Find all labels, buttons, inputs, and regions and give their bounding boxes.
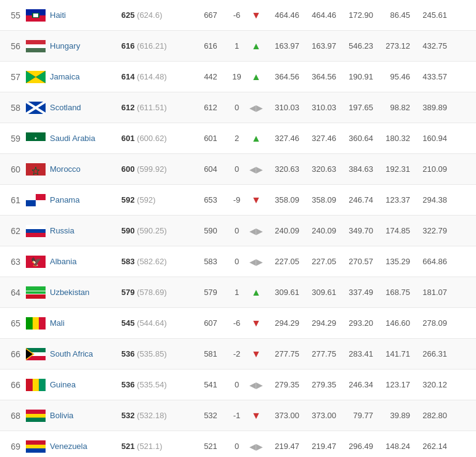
stat4-cell: 141.71: [376, 349, 413, 358]
stat4-cell: 39.89: [376, 411, 413, 420]
country-cell[interactable]: Russia: [47, 226, 121, 235]
points-cell: 600 (599.92): [121, 164, 195, 174]
svg-rect-49: [26, 448, 46, 453]
country-cell[interactable]: South Africa: [47, 349, 121, 358]
stat1-cell: 320.63: [265, 164, 302, 174]
svg-rect-45: [26, 414, 46, 418]
stat2-cell: 219.47: [302, 442, 339, 451]
rank-cell: 65: [2, 318, 24, 328]
svg-rect-29: [26, 286, 46, 291]
country-cell[interactable]: Uzbekistan: [47, 288, 121, 297]
stat2-cell: 310.03: [302, 103, 339, 112]
stat5-cell: 294.38: [413, 195, 450, 204]
arrow-down-icon: ▼: [251, 10, 261, 20]
country-cell[interactable]: Saudi Arabia: [47, 134, 121, 143]
country-cell[interactable]: Haiti: [47, 10, 121, 20]
stat4-cell: 123.17: [376, 380, 413, 389]
svg-text:✦: ✦: [34, 136, 38, 140]
stat5-cell: 160.94: [413, 134, 450, 143]
points-cell: 612 (611.51): [121, 103, 195, 112]
flag-cell: [24, 348, 47, 360]
svg-rect-6: [26, 48, 46, 52]
rank-cell: 62: [2, 226, 24, 236]
table-row: 59 ✦ Saudi Arabia 601 (600.62) 601 2 ▲ 3…: [0, 123, 476, 154]
points-cell: 592 (592): [121, 195, 195, 204]
prev-points-cell: 590: [195, 226, 226, 235]
prev-points-cell: 612: [195, 103, 226, 112]
arrow-up-icon: ▲: [251, 41, 261, 51]
table-row: 62 Russia 590 (590.25) 590 0 ◀▶ 240.09 2…: [0, 216, 476, 246]
flag-cell: [24, 225, 47, 237]
table-row: 64 Uzbekistan 579 (578.69) 579 1 ▲ 309.6…: [0, 277, 476, 308]
country-cell[interactable]: Morocco: [47, 164, 121, 174]
stat5-cell: 322.79: [413, 226, 450, 235]
arrow-neutral-icon: ◀▶: [249, 103, 263, 113]
points-cell: 545 (544.64): [121, 318, 195, 328]
stat4-cell: 98.82: [376, 103, 413, 112]
arrow-neutral-icon: ◀▶: [249, 164, 263, 174]
stat2-cell: 240.09: [302, 226, 339, 235]
prev-points-cell: 667: [195, 10, 226, 20]
svg-rect-26: [26, 233, 46, 237]
country-cell[interactable]: Albania: [47, 257, 121, 266]
stat2-cell: 279.35: [302, 380, 339, 389]
direction-cell: ▼: [248, 195, 265, 206]
country-cell[interactable]: Venezuela: [47, 442, 121, 451]
stat4-cell: 95.46: [376, 72, 413, 81]
stat1-cell: 163.97: [265, 41, 302, 51]
change-value-cell: -6: [226, 10, 248, 20]
stat4-cell: 86.45: [376, 10, 413, 20]
stat3-cell: 296.49: [339, 442, 376, 451]
flag-cell: [24, 286, 47, 299]
stat5-cell: 181.07: [413, 288, 450, 297]
stat5-cell: 245.61: [413, 10, 450, 20]
stat1-cell: 309.61: [265, 288, 302, 297]
svg-rect-33: [26, 317, 33, 330]
table-row: 57 Jamaica 614 (614.48) 442 19 ▲ 364.56 …: [0, 62, 476, 92]
country-cell[interactable]: Hungary: [47, 41, 121, 51]
stat1-cell: 279.35: [265, 380, 302, 389]
stat5-cell: 278.09: [413, 318, 450, 328]
stat2-cell: 309.61: [302, 288, 339, 297]
svg-rect-47: [26, 440, 46, 445]
points-cell: 601 (600.62): [121, 134, 195, 143]
flag-cell: [24, 410, 47, 422]
stat3-cell: 79.77: [339, 411, 376, 420]
arrow-neutral-icon: ◀▶: [249, 226, 263, 236]
points-cell: 536 (535.85): [121, 349, 195, 358]
stat1-cell: 327.46: [265, 134, 302, 143]
country-cell[interactable]: Guinea: [47, 380, 121, 389]
country-cell[interactable]: Bolivia: [47, 411, 121, 420]
change-value-cell: -9: [226, 195, 248, 204]
points-cell: 521 (521.1): [121, 442, 195, 451]
country-cell[interactable]: Mali: [47, 318, 121, 328]
direction-cell: ▲: [248, 133, 265, 144]
prev-points-cell: 579: [195, 288, 226, 297]
stat3-cell: 546.23: [339, 41, 376, 51]
country-cell[interactable]: Panama: [47, 195, 121, 204]
prev-points-cell: 583: [195, 257, 226, 266]
stat2-cell: 364.56: [302, 72, 339, 81]
change-value-cell: 1: [226, 288, 248, 297]
prev-points-cell: 601: [195, 134, 226, 143]
svg-rect-44: [26, 410, 46, 414]
table-row: 66 South Africa 536 (535.85) 581 -2 ▼ 27…: [0, 339, 476, 370]
country-cell[interactable]: Scotland: [47, 103, 121, 112]
stat5-cell: 432.75: [413, 41, 450, 51]
svg-rect-48: [26, 445, 46, 448]
arrow-up-icon: ▲: [251, 133, 261, 144]
stat3-cell: 190.91: [339, 72, 376, 81]
change-value-cell: 0: [226, 103, 248, 112]
country-cell[interactable]: Jamaica: [47, 72, 121, 81]
rank-cell: 58: [2, 103, 24, 113]
stat4-cell: 174.85: [376, 226, 413, 235]
stat2-cell: 327.46: [302, 134, 339, 143]
table-row: 66 Guinea 536 (535.54) 541 0 ◀▶ 279.35 2…: [0, 370, 476, 400]
flag-cell: [24, 379, 47, 391]
stat5-cell: 664.86: [413, 257, 450, 266]
stat1-cell: 373.00: [265, 411, 302, 420]
rank-cell: 55: [2, 10, 24, 20]
points-cell: 616 (616.21): [121, 41, 195, 51]
table-row: 63 🦅 Albania 583 (582.62) 583 0 ◀▶ 227.0…: [0, 246, 476, 277]
stat2-cell: 464.46: [302, 10, 339, 20]
